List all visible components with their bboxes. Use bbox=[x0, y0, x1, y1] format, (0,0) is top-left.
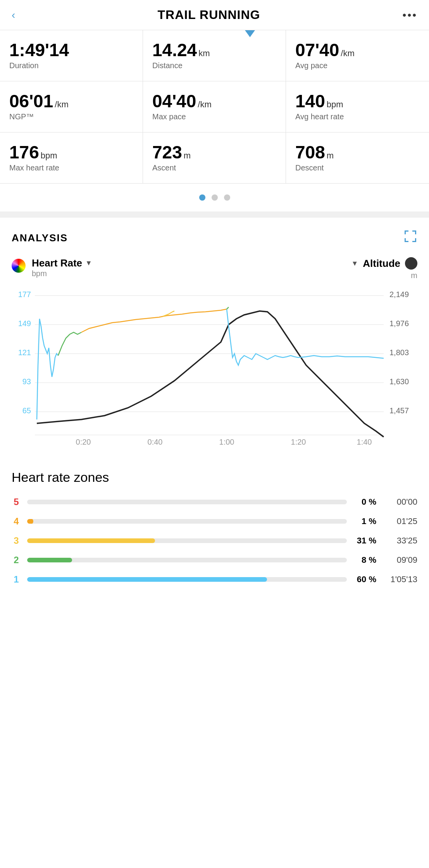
svg-text:2,149: 2,149 bbox=[389, 290, 409, 299]
zone-1-pct: 60 % bbox=[353, 574, 376, 584]
stat-max-hr-unit: bpm bbox=[41, 151, 57, 160]
stat-descent-label: Descent bbox=[295, 163, 420, 172]
stat-ascent-unit: m bbox=[184, 151, 191, 160]
stat-avg-hr: 140 bpm Avg heart rate bbox=[286, 81, 429, 132]
dot-2[interactable] bbox=[212, 194, 218, 201]
svg-rect-5 bbox=[405, 238, 406, 242]
zone-5-num: 5 bbox=[12, 497, 21, 507]
stat-duration-value: 1:49'14 bbox=[9, 41, 69, 59]
analysis-header: ANALYSIS bbox=[12, 229, 417, 246]
zone-5-time: 00'00 bbox=[382, 497, 417, 507]
stat-max-hr-label: Max heart rate bbox=[9, 163, 133, 172]
zone-4-pct: 1 % bbox=[353, 516, 376, 526]
svg-rect-1 bbox=[405, 230, 406, 234]
zone-5-bar bbox=[27, 500, 347, 504]
analysis-section: ANALYSIS Heart Rate ▼ bpm bbox=[0, 218, 429, 450]
zone-row-1: 1 60 % 1'05'13 bbox=[12, 574, 417, 585]
zone-2-bar bbox=[27, 558, 347, 562]
dot-1[interactable] bbox=[199, 194, 205, 201]
stat-avg-pace: 07'40 /km Avg pace bbox=[286, 30, 429, 81]
zone-2-num: 2 bbox=[12, 555, 21, 565]
svg-text:1:40: 1:40 bbox=[357, 438, 372, 446]
zone-row-2: 2 8 % 09'09 bbox=[12, 555, 417, 565]
zone-3-bar bbox=[27, 538, 347, 543]
zone-2-time: 09'09 bbox=[382, 555, 417, 565]
stats-grid: 1:49'14 Duration 14.24 km Distance 07'40… bbox=[0, 30, 429, 184]
stat-ngp-label: NGP™ bbox=[9, 112, 133, 121]
heart-rate-unit: bpm bbox=[32, 269, 92, 278]
chart-controls: Heart Rate ▼ bpm ▼ Altitude m bbox=[12, 257, 417, 280]
chart-right-controls: ▼ Altitude m bbox=[351, 257, 417, 280]
page-title: TRAIL RUNNING bbox=[15, 8, 402, 22]
stat-distance-unit: km bbox=[198, 49, 210, 58]
header: ‹ TRAIL RUNNING ••• bbox=[0, 0, 429, 30]
stat-avg-hr-unit: bpm bbox=[327, 100, 343, 109]
svg-text:1,457: 1,457 bbox=[389, 406, 409, 415]
analysis-title: ANALYSIS bbox=[12, 232, 68, 244]
altitude-unit: m bbox=[411, 271, 417, 280]
zone-row-4: 4 1 % 01'25 bbox=[12, 516, 417, 527]
heart-rate-dropdown-icon[interactable]: ▼ bbox=[85, 259, 92, 267]
zone-1-bar bbox=[27, 577, 347, 582]
svg-rect-3 bbox=[415, 230, 416, 234]
chart-svg: 177 149 121 93 65 2,149 1,976 1,803 1,63… bbox=[12, 288, 417, 450]
stat-max-pace-unit: /km bbox=[198, 100, 211, 109]
stat-ngp: 06'01 /km NGP™ bbox=[0, 81, 143, 132]
zones-title: Heart rate zones bbox=[12, 470, 417, 485]
zones-section: Heart rate zones 5 0 % 00'00 4 1 % 01'25… bbox=[0, 458, 429, 605]
section-separator bbox=[0, 211, 429, 218]
altitude-dropdown-icon[interactable]: ▼ bbox=[351, 260, 358, 268]
svg-text:1,630: 1,630 bbox=[389, 377, 409, 386]
svg-text:177: 177 bbox=[18, 290, 31, 299]
stat-duration: 1:49'14 Duration bbox=[0, 30, 143, 81]
zone-3-pct: 31 % bbox=[353, 536, 376, 546]
pagination-dots bbox=[0, 184, 429, 211]
stat-max-pace: 04'40 /km Max pace bbox=[143, 81, 286, 132]
zone-4-num: 4 bbox=[12, 516, 21, 527]
more-button[interactable]: ••• bbox=[403, 9, 417, 21]
stat-distance: 14.24 km Distance bbox=[143, 30, 286, 81]
stat-max-pace-value: 04'40 bbox=[152, 92, 196, 110]
svg-text:1:00: 1:00 bbox=[219, 438, 234, 446]
dot-3[interactable] bbox=[224, 194, 230, 201]
stat-distance-value: 14.24 bbox=[152, 41, 197, 59]
stat-descent: 708 m Descent bbox=[286, 132, 429, 184]
chart-left-controls: Heart Rate ▼ bpm bbox=[12, 257, 92, 278]
stat-avg-hr-value: 140 bbox=[295, 92, 325, 110]
stat-max-hr: 176 bpm Max heart rate bbox=[0, 132, 143, 184]
svg-text:65: 65 bbox=[22, 406, 31, 415]
zone-4-time: 01'25 bbox=[382, 516, 417, 526]
expand-icon[interactable] bbox=[403, 229, 417, 246]
stat-ascent: 723 m Ascent bbox=[143, 132, 286, 184]
back-button[interactable]: ‹ bbox=[12, 9, 15, 21]
svg-text:0:40: 0:40 bbox=[148, 438, 163, 446]
zone-3-num: 3 bbox=[12, 535, 21, 546]
stat-avg-hr-label: Avg heart rate bbox=[295, 112, 420, 121]
heart-rate-color-icon bbox=[12, 259, 26, 273]
stat-max-pace-label: Max pace bbox=[152, 112, 276, 121]
stat-ngp-value: 06'01 bbox=[9, 92, 53, 110]
svg-text:149: 149 bbox=[18, 319, 31, 328]
stat-avg-pace-label: Avg pace bbox=[295, 61, 420, 70]
stat-avg-pace-unit: /km bbox=[341, 49, 354, 58]
stat-avg-pace-value: 07'40 bbox=[295, 41, 339, 59]
zone-5-pct: 0 % bbox=[353, 497, 376, 507]
svg-text:1:20: 1:20 bbox=[291, 438, 306, 446]
svg-text:1,803: 1,803 bbox=[389, 348, 409, 357]
altitude-label: Altitude bbox=[363, 258, 400, 270]
heart-rate-label: Heart Rate bbox=[32, 257, 82, 269]
zone-row-5: 5 0 % 00'00 bbox=[12, 497, 417, 507]
stat-ascent-label: Ascent bbox=[152, 163, 276, 172]
heart-rate-metric: Heart Rate ▼ bpm bbox=[32, 257, 92, 278]
stat-ascent-value: 723 bbox=[152, 143, 182, 161]
zone-1-time: 1'05'13 bbox=[382, 574, 417, 584]
stat-distance-label: Distance bbox=[152, 61, 276, 70]
zone-row-3: 3 31 % 33'25 bbox=[12, 535, 417, 546]
stat-descent-unit: m bbox=[327, 151, 334, 160]
stat-ngp-unit: /km bbox=[55, 100, 68, 109]
stat-duration-label: Duration bbox=[9, 61, 133, 70]
marker-indicator bbox=[245, 30, 255, 37]
altitude-color-icon bbox=[405, 257, 417, 270]
stat-descent-value: 708 bbox=[295, 143, 325, 161]
svg-text:121: 121 bbox=[18, 348, 31, 357]
